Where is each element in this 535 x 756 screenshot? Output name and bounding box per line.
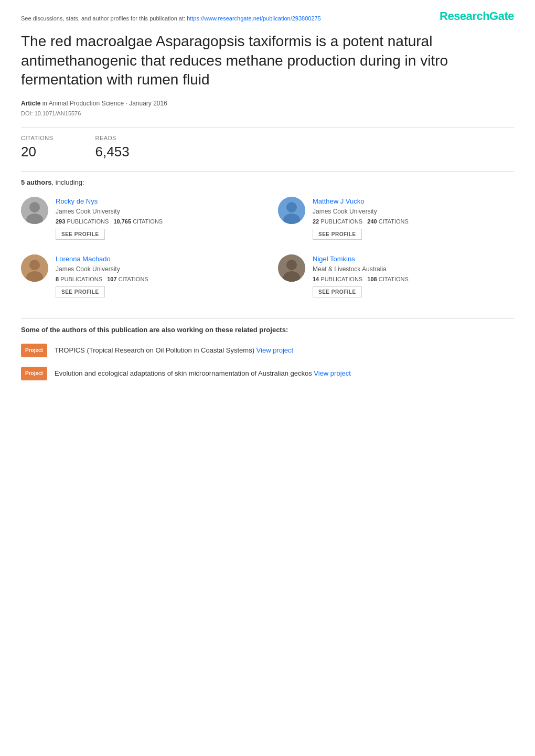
project-badge-1: Project bbox=[21, 367, 47, 380]
stats-row: CITATIONS 20 READS 6,453 bbox=[21, 134, 514, 162]
project-item-1: Project Evolution and ecological adaptat… bbox=[21, 367, 514, 380]
project-view-link-1[interactable]: View project bbox=[314, 369, 351, 377]
authors-suffix: , including: bbox=[52, 178, 84, 186]
project-badge-0: Project bbox=[21, 344, 47, 357]
top-link-text: See discussions, stats, and author profi… bbox=[21, 15, 185, 22]
author-affiliation-1: James Cook University bbox=[313, 207, 514, 216]
author-affiliation-0: James Cook University bbox=[56, 207, 257, 216]
authors-grid: Rocky de Nys James Cook University 293 P… bbox=[21, 197, 514, 313]
paper-title: The red macroalgae Asparagopsis taxiform… bbox=[21, 32, 493, 89]
project-description-0: TROPICS (Tropical Research on Oil Pollut… bbox=[55, 346, 254, 354]
divider-3 bbox=[21, 318, 514, 319]
avatar-1 bbox=[278, 197, 305, 224]
avatar-3 bbox=[278, 254, 305, 282]
avatar-2 bbox=[21, 254, 48, 282]
article-meta: Article in Animal Production Science · J… bbox=[21, 99, 514, 108]
authors-heading: 5 authors, including: bbox=[21, 178, 514, 187]
author-info-2: Lorenna Machado James Cook University 8 … bbox=[56, 254, 257, 297]
author-stats-3: 14 PUBLICATIONS 108 CITATIONS bbox=[313, 275, 514, 283]
reads-value: 6,453 bbox=[95, 142, 130, 161]
citations-block: CITATIONS 20 bbox=[21, 134, 54, 162]
article-type: Article bbox=[21, 100, 40, 107]
author-affiliation-3: Meat & Livestock Australia bbox=[313, 265, 514, 274]
page-wrapper: ResearchGate See discussions, stats, and… bbox=[0, 0, 535, 756]
researchgate-logo: ResearchGate bbox=[440, 8, 514, 25]
author-info-3: Nigel Tomkins Meat & Livestock Australia… bbox=[313, 254, 514, 297]
publication-url[interactable]: https://www.researchgate.net/publication… bbox=[187, 15, 321, 22]
project-item-0: Project TROPICS (Tropical Research on Oi… bbox=[21, 344, 514, 357]
svg-point-7 bbox=[29, 260, 40, 270]
see-profile-button-1[interactable]: SEE PROFILE bbox=[313, 229, 362, 240]
citations-label: CITATIONS bbox=[21, 134, 54, 142]
project-description-1: Evolution and ecological adaptations of … bbox=[55, 369, 312, 377]
project-text-0: TROPICS (Tropical Research on Oil Pollut… bbox=[55, 346, 293, 355]
divider-2 bbox=[21, 171, 514, 172]
author-info-1: Matthew J Vucko James Cook University 22… bbox=[313, 197, 514, 240]
divider-1 bbox=[21, 127, 514, 128]
see-profile-button-0[interactable]: SEE PROFILE bbox=[56, 229, 105, 240]
svg-point-1 bbox=[29, 202, 40, 212]
author-name-3[interactable]: Nigel Tomkins bbox=[313, 254, 514, 264]
svg-point-4 bbox=[286, 202, 297, 212]
author-info-0: Rocky de Nys James Cook University 293 P… bbox=[56, 197, 257, 240]
reads-label: READS bbox=[95, 134, 130, 142]
author-stats-0: 293 PUBLICATIONS 10,765 CITATIONS bbox=[56, 218, 257, 226]
author-stats-2: 8 PUBLICATIONS 107 CITATIONS bbox=[56, 275, 257, 283]
project-view-link-0[interactable]: View project bbox=[256, 346, 294, 354]
svg-point-10 bbox=[286, 260, 297, 270]
author-card-2: Lorenna Machado James Cook University 8 … bbox=[21, 254, 257, 297]
authors-count: 5 authors bbox=[21, 178, 52, 186]
author-stats-1: 22 PUBLICATIONS 240 CITATIONS bbox=[313, 218, 514, 226]
author-card-3: Nigel Tomkins Meat & Livestock Australia… bbox=[278, 254, 514, 297]
author-affiliation-2: James Cook University bbox=[56, 265, 257, 274]
see-profile-button-3[interactable]: SEE PROFILE bbox=[313, 286, 362, 297]
article-date: January 2016 bbox=[129, 100, 167, 107]
journal-name: Animal Production Science bbox=[49, 100, 124, 107]
author-card-1: Matthew J Vucko James Cook University 22… bbox=[278, 197, 514, 240]
author-name-1[interactable]: Matthew J Vucko bbox=[313, 197, 514, 206]
author-name-2[interactable]: Lorenna Machado bbox=[56, 254, 257, 264]
doi: DOI: 10.1071/AN15576 bbox=[21, 110, 514, 118]
project-text-1: Evolution and ecological adaptations of … bbox=[55, 369, 351, 378]
related-projects-heading: Some of the authors of this publication … bbox=[21, 325, 514, 335]
author-card-0: Rocky de Nys James Cook University 293 P… bbox=[21, 197, 257, 240]
author-name-0[interactable]: Rocky de Nys bbox=[56, 197, 257, 206]
avatar-0 bbox=[21, 197, 48, 224]
see-profile-button-2[interactable]: SEE PROFILE bbox=[56, 286, 105, 297]
citations-value: 20 bbox=[21, 142, 54, 161]
reads-block: READS 6,453 bbox=[95, 134, 130, 162]
